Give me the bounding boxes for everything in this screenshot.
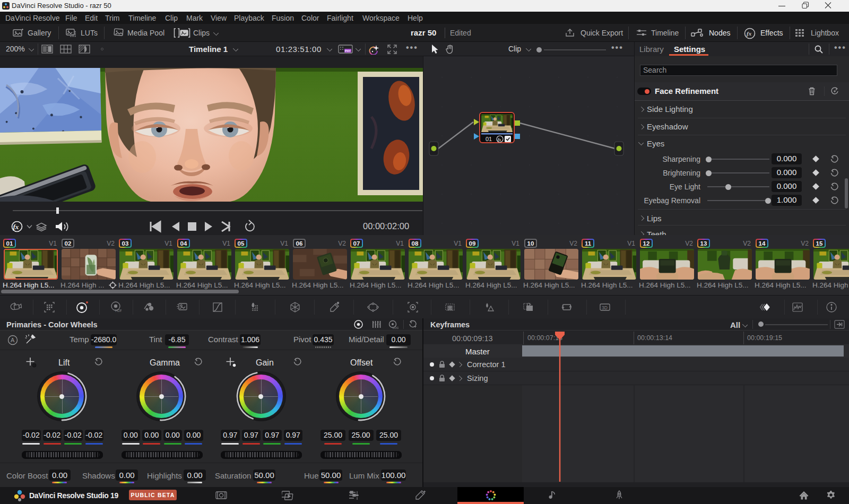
svg-text:A: A [11, 337, 15, 343]
svg-text:3D: 3D [602, 305, 608, 310]
svg-text:LOG: LOG [393, 326, 398, 329]
svg-text:fx: fx [13, 223, 19, 231]
svg-text:PXY: PXY [345, 49, 351, 53]
svg-text:fx: fx [498, 137, 501, 142]
svg-text:HDR: HDR [115, 309, 122, 312]
svg-text:fx: fx [747, 30, 752, 37]
svg-text:01: 01 [486, 136, 492, 142]
